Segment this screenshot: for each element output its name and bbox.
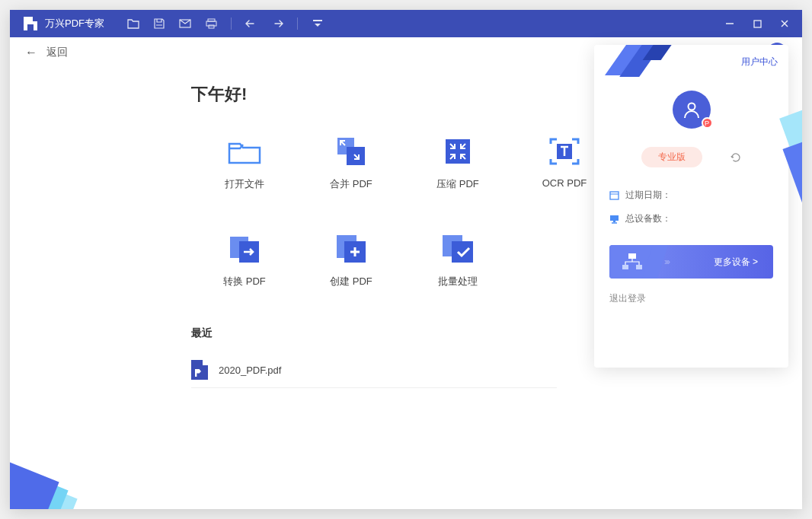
refresh-icon[interactable] [730,151,742,164]
save-icon[interactable] [153,18,165,30]
back-arrow-icon: ← [25,46,37,59]
back-button[interactable]: ← 返回 [25,46,68,59]
panel-header: 用户中心 [594,45,788,78]
svg-rect-28 [636,265,642,269]
badge-row: 专业版 [594,147,788,167]
pro-version-badge[interactable]: 专业版 [641,147,702,167]
device-label: 总设备数： [625,212,671,225]
more-devices-label: 更多设备 > [714,256,758,269]
action-label: 打开文件 [225,177,264,191]
monitor-icon [609,214,619,224]
window-controls [724,18,796,29]
separator [231,18,232,30]
file-name: 2020_PDF.pdf [219,365,281,376]
action-label: 压缩 PDF [436,177,479,191]
user-center-link[interactable]: 用户中心 [741,56,778,68]
action-convert-pdf[interactable]: 转换 PDF [191,234,298,288]
undo-icon[interactable] [245,18,257,30]
app-title: 万兴PDF专家 [45,17,104,30]
action-batch-process[interactable]: 批量处理 [404,234,511,288]
action-merge-pdf[interactable]: 合并 PDF [298,136,404,191]
menu-dropdown-icon[interactable] [312,18,324,30]
svg-rect-24 [613,221,615,222]
action-label: 批量处理 [438,275,478,288]
svg-rect-21 [610,192,619,199]
print-icon[interactable] [205,18,217,30]
convert-icon [226,234,263,264]
svg-rect-4 [313,20,322,21]
separator [297,18,298,30]
svg-point-20 [688,103,695,110]
titlebar: 万兴PDF专家 [10,10,802,37]
corner-decoration-bl [10,418,86,509]
close-button[interactable] [779,18,790,29]
more-devices-button[interactable]: ››› 更多设备 > [609,245,773,279]
app-logo-icon [24,17,37,30]
mail-icon[interactable] [179,18,191,30]
device-count-row: 总设备数： [609,212,773,225]
back-label: 返回 [46,46,68,59]
app-window: 万兴PDF专家 [10,10,802,509]
maximize-button[interactable] [752,18,762,29]
action-label: 合并 PDF [330,177,372,191]
svg-rect-19 [452,241,473,263]
merge-icon [333,136,369,167]
pro-badge-icon: P [702,117,713,129]
batch-icon [440,234,476,264]
chevrons-icon: ››› [664,256,669,267]
avatar-container: P [594,91,788,129]
svg-rect-6 [754,21,761,27]
user-panel: 用户中心 P 专业版 过期日期： [594,45,788,368]
svg-rect-27 [622,265,628,269]
calendar-icon [609,190,619,200]
svg-rect-23 [610,215,619,221]
logout-button[interactable]: 退出登录 [594,279,788,319]
compress-icon [440,136,476,167]
devices-network-icon [609,245,655,279]
recent-file-item[interactable]: 2020_PDF.pdf [191,352,557,388]
action-open-file[interactable]: 打开文件 [191,136,298,191]
toolbar-icons [127,18,324,30]
account-info-list: 过期日期： 总设备数： [594,167,788,225]
svg-rect-26 [628,253,636,259]
user-avatar-icon[interactable]: P [673,91,711,129]
open-folder-icon[interactable] [127,18,139,30]
expiry-date-row: 过期日期： [609,189,773,202]
create-icon [333,234,369,264]
action-label: 创建 PDF [330,275,372,288]
action-create-pdf[interactable]: 创建 PDF [298,234,404,288]
action-label: 转换 PDF [223,275,266,288]
svg-rect-12 [446,139,470,164]
panel-decoration [615,45,676,78]
redo-icon[interactable] [271,18,283,30]
folder-open-icon [226,136,263,167]
action-compress-pdf[interactable]: 压缩 PDF [404,136,511,191]
action-label: OCR PDF [542,177,587,189]
pdf-file-icon [191,360,208,380]
minimize-button[interactable] [724,18,735,29]
ocr-icon [546,136,583,167]
expiry-label: 过期日期： [625,189,671,202]
